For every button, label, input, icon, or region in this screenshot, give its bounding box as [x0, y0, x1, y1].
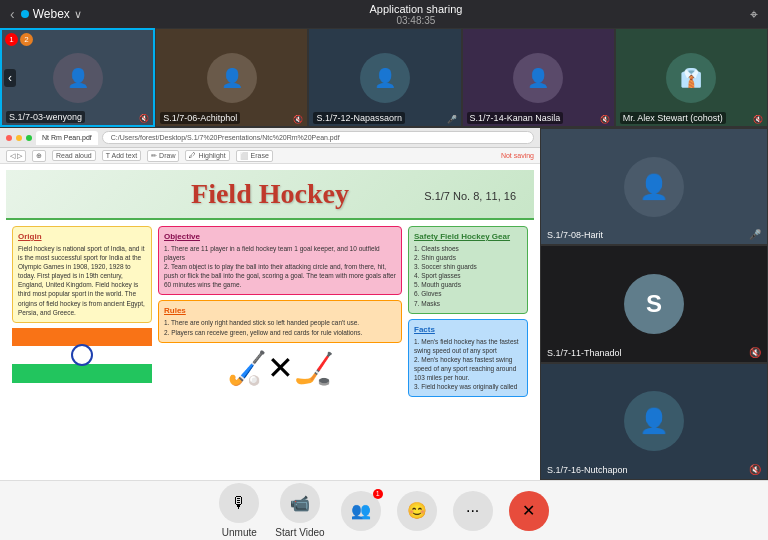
end-call-button[interactable]: ✕: [509, 491, 549, 531]
origin-title: Origin: [18, 232, 146, 241]
slide-col-left: Origin Field hockey is national sport of…: [12, 226, 152, 428]
slide-banner: Field Hockey S.1/7 No. 8, 11, 16: [6, 170, 534, 220]
rules-title: Rules: [164, 306, 396, 315]
emoji-icon: 😊: [397, 491, 437, 531]
unmute-label: Unmute: [222, 527, 257, 538]
browser-dot-green: [26, 135, 32, 141]
start-video-button[interactable]: 📹 Start Video: [275, 483, 324, 538]
more-button[interactable]: ···: [453, 491, 493, 531]
toolbar-erase-btn[interactable]: ⬜ Erase: [236, 150, 273, 162]
browser-bar: Nt Rm Pean.pdf C:/Users/forest/Desktop/S…: [0, 128, 540, 148]
participants-icon: 👥 1: [341, 491, 381, 531]
facts-text: 1. Men's field hockey has the fastest sw…: [414, 337, 522, 392]
main-area: Nt Rm Pean.pdf C:/Users/forest/Desktop/S…: [0, 128, 540, 480]
browser-dot-yellow: [16, 135, 22, 141]
participant-thumb-1: 1 2 ‹ 👤 S.1/7-03-wenyong 🔇: [0, 28, 155, 127]
end-call-icon: ✕: [509, 491, 549, 531]
sidebar-name-harit: S.1/7-08-Harit: [547, 230, 603, 240]
rules-box: Rules 1. There are only right handed sti…: [158, 300, 402, 342]
unmute-icon: 🎙: [219, 483, 259, 523]
sidebar-mic-nutchapon: 🔇: [749, 464, 761, 475]
more-icon: ···: [453, 491, 493, 531]
video-icon: 📹: [280, 483, 320, 523]
slide-subtitle: S.1/7 No. 8, 11, 16: [424, 190, 516, 202]
participant-thumb-5: 👔 Mr. Alex Stewart (cohost) 🔇: [615, 28, 768, 127]
browser-toolbar: ◁ ▷ ⊕ Read aloud T Add text ✏ Draw 🖊 Hig…: [0, 148, 540, 164]
avatar-thanadol: S: [624, 274, 684, 334]
origin-box: Origin Field hockey is national sport of…: [12, 226, 152, 323]
top-bar-right: ⌖: [750, 6, 758, 23]
emoji-button[interactable]: 😊: [397, 491, 437, 531]
participant-name-3: S.1/7-12-Napassaorn: [313, 112, 405, 124]
top-bar-center: Application sharing 03:48:35: [369, 3, 462, 26]
safety-box: Safety Field Hockey Gear 1. Cleats shoes…: [408, 226, 528, 314]
participant-name-2: S.1/7-06-Achitphol: [160, 112, 240, 124]
participants-badge: 1: [373, 489, 383, 499]
toolbar-highlight-btn[interactable]: 🖊 Highlight: [185, 150, 229, 161]
bottom-bar: 🎙 Unmute 📹 Start Video 👥 1 😊 ··· ✕: [0, 480, 768, 540]
mic-icon-1: 🔇: [139, 114, 149, 123]
participant-thumb-4: 👤 S.1/7-14-Kanan Nasila 🔇: [462, 28, 615, 127]
sidebar-participant-thanadol: S S.1/7-11-Thanadol 🔇: [540, 245, 768, 362]
objective-box: Objective 1. There are 11 player in a fi…: [158, 226, 402, 295]
facts-box: Facts 1. Men's field hockey has the fast…: [408, 319, 528, 398]
mic-icon-2: 🔇: [293, 115, 303, 124]
participants-button[interactable]: 👥 1: [341, 491, 381, 531]
timer: 03:48:35: [396, 15, 435, 26]
participant-thumb-3: 👤 S.1/7-12-Napassaorn 🎤: [308, 28, 461, 127]
unmute-button[interactable]: 🎙 Unmute: [219, 483, 259, 538]
participant-name-4: S.1/7-14-Kanan Nasila: [467, 112, 564, 124]
back-button[interactable]: ‹: [10, 6, 15, 22]
objective-text: 1. There are 11 player in a field hockey…: [164, 244, 396, 289]
badge-orange-1: 2: [20, 33, 33, 46]
mic-icon-3: 🎤: [447, 115, 457, 124]
sidebar-participant-nutchapon: 👤 S.1/7-16-Nutchapon 🔇: [540, 363, 768, 480]
origin-text: Field hockey is national sport of India,…: [18, 244, 146, 317]
url-bar[interactable]: C:/Users/forest/Desktop/S.1/7%20Presenta…: [102, 131, 534, 144]
webex-dropdown[interactable]: ∨: [74, 8, 82, 21]
sidebar-mic-thanadol: 🔇: [749, 347, 761, 358]
hockey-sticks: 🏑✕🏒: [158, 349, 402, 387]
photo-placeholder: [12, 328, 152, 383]
slide-col-right: Safety Field Hockey Gear 1. Cleats shoes…: [408, 226, 528, 428]
participant-strip: 1 2 ‹ 👤 S.1/7-03-wenyong 🔇 👤 S.1/7-06-Ac…: [0, 28, 768, 128]
top-bar-left: ‹ Webex ∨: [10, 6, 82, 22]
not-saving-badge: Not saving: [501, 152, 534, 159]
safety-title: Safety Field Hockey Gear: [414, 232, 522, 241]
participant-name-5: Mr. Alex Stewart (cohost): [620, 112, 726, 124]
browser-tab[interactable]: Nt Rm Pean.pdf: [36, 131, 98, 145]
badge-red-1: 1: [5, 33, 18, 46]
webex-label: Webex: [33, 7, 70, 21]
participant-thumb-2: 👤 S.1/7-06-Achitphol 🔇: [155, 28, 308, 127]
mic-icon-5: 🔇: [753, 115, 763, 124]
bluetooth-icon: ⌖: [750, 6, 758, 22]
sidebar-participant-harit: 👤 S.1/7-08-Harit 🎤: [540, 128, 768, 245]
slide-col-mid: Objective 1. There are 11 player in a fi…: [158, 226, 402, 428]
toolbar-draw-btn[interactable]: ✏ Draw: [147, 150, 179, 162]
slide-container: Field Hockey S.1/7 No. 8, 11, 16 Origin …: [6, 170, 534, 454]
toolbar-addtext-btn[interactable]: T Add text: [102, 150, 141, 161]
presentation-slide: Field Hockey S.1/7 No. 8, 11, 16 Origin …: [0, 164, 540, 460]
objective-title: Objective: [164, 232, 396, 241]
top-bar: ‹ Webex ∨ Application sharing 03:48:35 ⌖: [0, 0, 768, 28]
nav-arrow-left[interactable]: ‹: [4, 69, 16, 87]
shared-screen: Nt Rm Pean.pdf C:/Users/forest/Desktop/S…: [0, 128, 540, 480]
video-label: Start Video: [275, 527, 324, 538]
rules-text: 1. There are only right handed stick so …: [164, 318, 396, 336]
toolbar-read-btn[interactable]: Read aloud: [52, 150, 96, 161]
facts-title: Facts: [414, 325, 522, 334]
safety-text: 1. Cleats shoes 2. Shin guards 3. Soccer…: [414, 244, 522, 308]
sidebar-name-nutchapon: S.1/7-16-Nutchapon: [547, 465, 628, 475]
browser-dot-red: [6, 135, 12, 141]
slide-body: Origin Field hockey is national sport of…: [6, 220, 534, 434]
sharing-title: Application sharing: [369, 3, 462, 15]
right-sidebar: 👤 S.1/7-08-Harit 🎤 S S.1/7-11-Thanadol 🔇…: [540, 128, 768, 480]
mic-icon-4: 🔇: [600, 115, 610, 124]
sidebar-name-thanadol: S.1/7-11-Thanadol: [547, 348, 622, 358]
webex-dot: [21, 10, 29, 18]
sidebar-mic-harit: 🎤: [749, 229, 761, 240]
participant-name-1: S.1/7-03-wenyong: [6, 111, 85, 123]
webex-logo: Webex ∨: [21, 7, 82, 21]
toolbar-navigate-btn[interactable]: ◁ ▷: [6, 150, 26, 162]
toolbar-view-btn[interactable]: ⊕: [32, 150, 46, 162]
